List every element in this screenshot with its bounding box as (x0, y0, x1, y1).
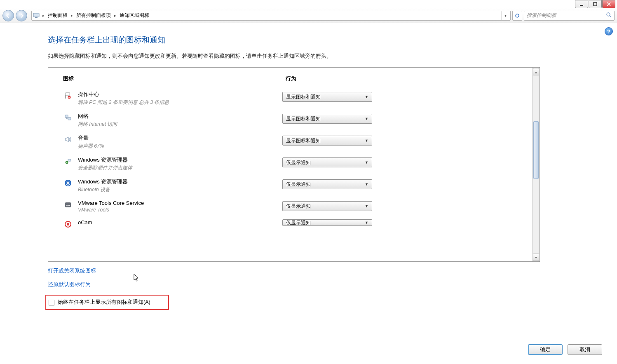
svg-point-6 (607, 13, 610, 16)
breadcrumb-item[interactable]: 通知区域图标 (118, 12, 151, 19)
speaker-icon (63, 134, 73, 144)
svg-text:vm: vm (66, 204, 70, 207)
item-title: VMware Tools Core Service (78, 200, 282, 206)
item-title: oCam (78, 219, 282, 225)
item-subtitle: VMware Tools (78, 207, 282, 213)
item-title: 操作中心 (78, 91, 282, 98)
list-item: 操作中心 解决 PC 问题 2 条重要消息 总共 3 条消息 显示图标和通知 (48, 87, 532, 109)
list-header: 图标 行为 (48, 68, 532, 87)
column-header-behavior: 行为 (286, 75, 532, 82)
item-subtitle: 扬声器 67% (78, 143, 282, 150)
breadcrumb-item[interactable]: 控制面板 (46, 12, 69, 19)
ok-button[interactable]: 确定 (528, 344, 563, 355)
icon-list-frame: 图标 行为 操作中心 解决 PC 问题 2 条重要消息 总共 3 条消息 显示图… (48, 67, 540, 262)
behavior-select[interactable]: 仅显示通知 (282, 157, 372, 167)
minimize-button[interactable] (575, 0, 588, 8)
bluetooth-icon (63, 178, 73, 188)
list-item: 网络 网络 Internet 访问 显示图标和通知 (48, 109, 532, 131)
item-title: 网络 (78, 113, 282, 120)
refresh-button[interactable] (512, 11, 522, 21)
item-subtitle: 安全删除硬件并弹出媒体 (78, 164, 282, 171)
help-button[interactable]: ? (605, 27, 613, 35)
breadcrumb-chevron: ▸ (41, 13, 46, 18)
system-icons-link[interactable]: 打开或关闭系统图标 (48, 268, 612, 275)
list-item: vm VMware Tools Core Service VMware Tool… (48, 197, 532, 216)
behavior-select[interactable]: 仅显示通知 (282, 179, 372, 189)
page-description: 如果选择隐藏图标和通知，则不会向您通知更改和更新。若要随时查看隐藏的图标，请单击… (48, 53, 612, 60)
always-show-checkbox[interactable] (49, 300, 54, 305)
record-icon (63, 219, 73, 229)
svg-point-19 (67, 223, 69, 225)
search-placeholder: 搜索控制面板 (527, 12, 556, 19)
flag-icon (63, 91, 73, 101)
address-dropdown[interactable]: ▾ (501, 11, 509, 20)
scroll-up-button[interactable]: ▴ (533, 68, 539, 75)
svg-line-7 (610, 16, 611, 17)
item-subtitle: Bluetooth 设备 (78, 186, 282, 193)
vmware-icon: vm (63, 200, 73, 210)
nav-forward-button[interactable] (16, 10, 27, 21)
item-subtitle: 解决 PC 问题 2 条重要消息 总共 3 条消息 (78, 99, 282, 106)
scroll-down-button[interactable]: ▾ (533, 254, 539, 261)
address-bar[interactable]: ▸ 控制面板 ▸ 所有控制面板项 ▸ 通知区域图标 ▾ (31, 11, 511, 21)
search-input[interactable]: 搜索控制面板 (524, 11, 615, 21)
list-item: oCam 仅显示通知 (48, 216, 532, 232)
item-title: 音量 (78, 134, 282, 142)
behavior-select[interactable]: 显示图标和通知 (282, 136, 372, 146)
close-button[interactable] (602, 0, 615, 8)
list-item: Windows 资源管理器 安全删除硬件并弹出媒体 仅显示通知 (48, 153, 532, 175)
column-header-icon: 图标 (63, 75, 286, 82)
cancel-button[interactable]: 取消 (568, 344, 602, 355)
behavior-select[interactable]: 仅显示通知 (282, 201, 372, 211)
breadcrumb-item[interactable]: 所有控制面板项 (75, 12, 113, 19)
behavior-select[interactable]: 显示图标和通知 (282, 92, 372, 102)
nav-back-button[interactable] (2, 10, 14, 21)
breadcrumb-chevron: ▸ (69, 13, 75, 18)
svg-rect-10 (68, 117, 71, 120)
svg-rect-0 (580, 5, 583, 6)
svg-rect-4 (33, 13, 39, 17)
svg-rect-1 (594, 2, 597, 6)
network-icon (63, 113, 73, 122)
maximize-button[interactable] (589, 0, 602, 8)
svg-rect-5 (35, 17, 38, 18)
scrollbar[interactable]: ▴ ▾ (532, 68, 540, 261)
window-controls (575, 0, 615, 8)
svg-rect-14 (68, 159, 71, 161)
item-subtitle: 网络 Internet 访问 (78, 121, 282, 128)
behavior-select[interactable]: 仅显示通知 (282, 219, 372, 226)
page-title: 选择在任务栏上出现的图标和通知 (48, 35, 612, 45)
item-title: Windows 资源管理器 (78, 178, 282, 186)
item-title: Windows 资源管理器 (78, 156, 282, 164)
eject-icon (63, 156, 73, 166)
search-icon (606, 12, 612, 19)
monitor-icon (32, 13, 41, 19)
list-item: 音量 扬声器 67% 显示图标和通知 (48, 131, 532, 153)
always-show-row[interactable]: 始终在任务栏上显示所有图标和通知(A) (45, 295, 169, 310)
toolbar: ▸ 控制面板 ▸ 所有控制面板项 ▸ 通知区域图标 ▾ 搜索控制面板 (0, 8, 617, 23)
list-item: Windows 资源管理器 Bluetooth 设备 仅显示通知 (48, 175, 532, 197)
restore-defaults-link[interactable]: 还原默认图标行为 (48, 281, 612, 288)
behavior-select[interactable]: 显示图标和通知 (282, 114, 372, 124)
footer-buttons: 确定 取消 (528, 344, 602, 355)
svg-rect-9 (65, 115, 68, 117)
scroll-thumb[interactable] (533, 121, 539, 179)
breadcrumb-chevron: ▸ (113, 13, 118, 18)
always-show-label: 始终在任务栏上显示所有图标和通知(A) (58, 299, 150, 306)
